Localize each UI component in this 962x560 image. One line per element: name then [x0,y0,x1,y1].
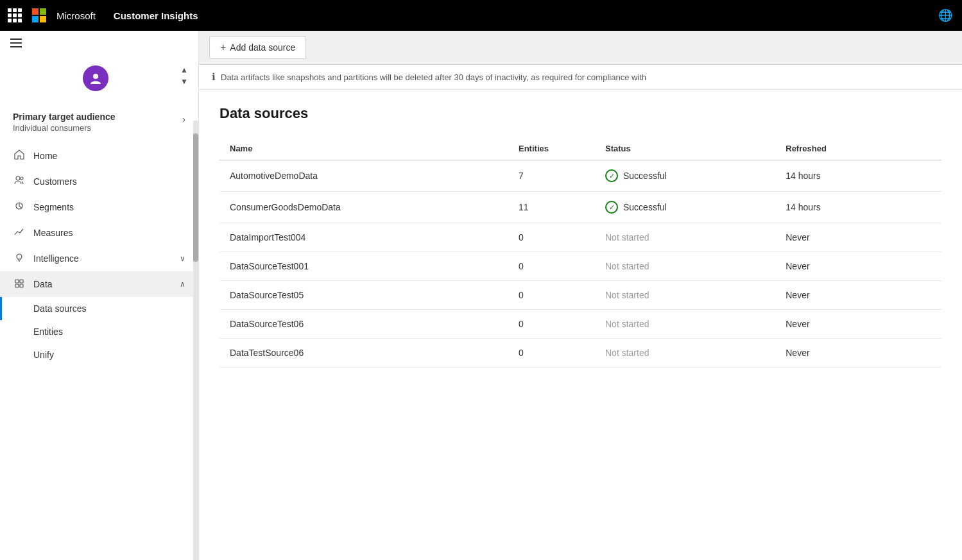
cell-entities: 0 [508,281,595,310]
content-toolbar: + Add data source [199,31,962,65]
cell-name: DataSourceTest001 [219,252,508,281]
sidebar-item-unify[interactable]: Unify [0,343,198,366]
primary-target-section[interactable]: Primary target audience Individual consu… [0,101,198,138]
data-label: Data [33,279,172,289]
table-row[interactable]: DataSourceTest060Not startedNever [219,310,941,339]
unify-label: Unify [33,350,185,360]
customers-icon [13,175,26,188]
chevron-up-icon[interactable]: ▲ [180,65,188,74]
table-row[interactable]: DataImportTest0040Not startedNever [219,223,941,252]
info-icon: ℹ [212,71,216,83]
col-header-name: Name [219,137,508,160]
sidebar-item-entities[interactable]: Entities [0,320,198,343]
status-text: Not started [605,348,649,358]
cell-refreshed: Never [775,339,941,368]
cell-entities: 11 [508,192,595,223]
svg-rect-7 [20,280,23,283]
data-icon [13,278,26,291]
info-banner: ℹ Data artifacts like snapshots and part… [199,65,962,90]
cell-status: Not started [595,223,775,252]
table-row[interactable]: DataSourceTest050Not startedNever [219,281,941,310]
table-row[interactable]: AutomotiveDemoData7✓Successful14 hours [219,160,941,192]
cell-refreshed: 14 hours [775,160,941,192]
sidebar-item-measures[interactable]: Measures [0,220,198,246]
sidebar-item-data-sources[interactable]: Data sources [0,297,198,320]
cell-status: ✓Successful [595,160,775,192]
intelligence-label: Intelligence [33,253,172,264]
sidebar-scrollbar[interactable] [193,121,198,560]
status-text: Not started [605,319,649,329]
page-title: Data sources [219,105,941,122]
svg-point-2 [21,177,23,180]
col-header-refreshed: Refreshed [775,137,941,160]
sidebar-item-data[interactable]: Data ∧ [0,271,198,297]
home-icon [13,149,26,162]
cell-entities: 0 [508,223,595,252]
customers-label: Customers [33,176,185,187]
data-chevron-icon: ∧ [180,280,185,289]
svg-rect-8 [15,284,19,287]
primary-target-label: Primary target audience [13,112,116,122]
avatar [83,65,108,91]
cell-name: DataTestSource06 [219,339,508,368]
measures-label: Measures [33,228,185,238]
svg-point-0 [93,74,98,79]
segments-icon [13,201,26,214]
svg-point-1 [16,176,20,180]
measures-icon [13,226,26,239]
globe-icon[interactable]: 🌐 [936,6,954,24]
brand-label: Microsoft [56,10,96,21]
primary-target-sub: Individual consumers [13,123,116,133]
data-sources-table: Name Entities Status Refreshed Automotiv… [219,137,941,368]
col-header-entities: Entities [508,137,595,160]
col-header-status: Status [595,137,775,160]
main-area: ▲ ▼ Primary target audience Individual c… [0,31,962,560]
sidebar-item-home[interactable]: Home [0,143,198,169]
status-text: Not started [605,261,649,271]
cell-entities: 0 [508,252,595,281]
status-text: Successful [623,202,667,212]
hamburger-menu-button[interactable] [10,38,22,47]
entities-label: Entities [33,327,185,337]
sidebar-item-customers[interactable]: Customers [0,169,198,194]
add-datasource-label: Add data source [230,42,295,53]
info-banner-text: Data artifacts like snapshots and partit… [221,72,646,82]
cell-status: Not started [595,310,775,339]
cell-refreshed: Never [775,223,941,252]
add-datasource-button[interactable]: + Add data source [209,36,306,59]
intelligence-icon [13,252,26,265]
cell-refreshed: 14 hours [775,192,941,223]
sidebar-item-segments[interactable]: Segments [0,194,198,220]
cell-name: AutomotiveDemoData [219,160,508,192]
svg-rect-6 [15,280,19,283]
cell-status: ✓Successful [595,192,775,223]
cell-name: DataSourceTest05 [219,281,508,310]
status-text: Not started [605,290,649,300]
plus-icon: + [220,42,226,53]
table-row[interactable]: ConsumerGoodsDemoData11✓Successful14 hou… [219,192,941,223]
chevron-down-icon[interactable]: ▼ [180,77,188,86]
content-main: Data sources Name Entities Status Refres… [199,90,962,560]
svg-rect-9 [20,284,23,287]
cell-refreshed: Never [775,281,941,310]
app-title: Customer Insights [114,10,198,21]
home-label: Home [33,151,185,161]
microsoft-logo [32,8,46,22]
cell-name: DataImportTest004 [219,223,508,252]
intelligence-chevron-icon: ∨ [180,254,185,263]
table-row[interactable]: DataTestSource060Not startedNever [219,339,941,368]
sidebar: ▲ ▼ Primary target audience Individual c… [0,31,199,560]
topbar: Microsoft Customer Insights 🌐 [0,0,962,31]
cell-status: Not started [595,339,775,368]
cell-entities: 0 [508,339,595,368]
success-icon: ✓ [605,201,618,214]
table-row[interactable]: DataSourceTest0010Not startedNever [219,252,941,281]
sidebar-item-intelligence[interactable]: Intelligence ∨ [0,246,198,271]
data-sources-label: Data sources [33,303,185,314]
status-text: Not started [605,232,649,242]
cell-refreshed: Never [775,252,941,281]
apps-grid-icon[interactable] [8,8,22,22]
status-text: Successful [623,171,667,181]
cell-entities: 7 [508,160,595,192]
cell-refreshed: Never [775,310,941,339]
